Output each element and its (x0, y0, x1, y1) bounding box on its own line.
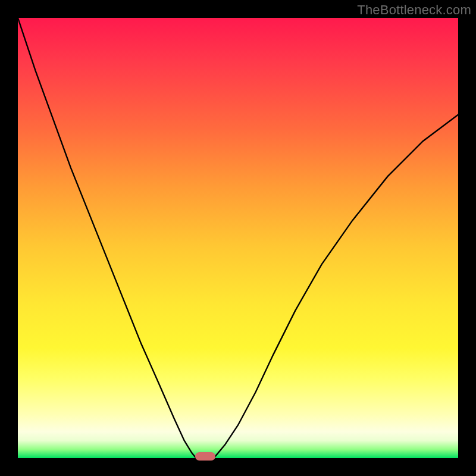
plot-area (18, 18, 458, 458)
bottleneck-curve (18, 18, 458, 458)
optimum-marker (195, 452, 215, 461)
watermark-text: TheBottleneck.com (357, 2, 471, 18)
curve-path (18, 18, 458, 458)
